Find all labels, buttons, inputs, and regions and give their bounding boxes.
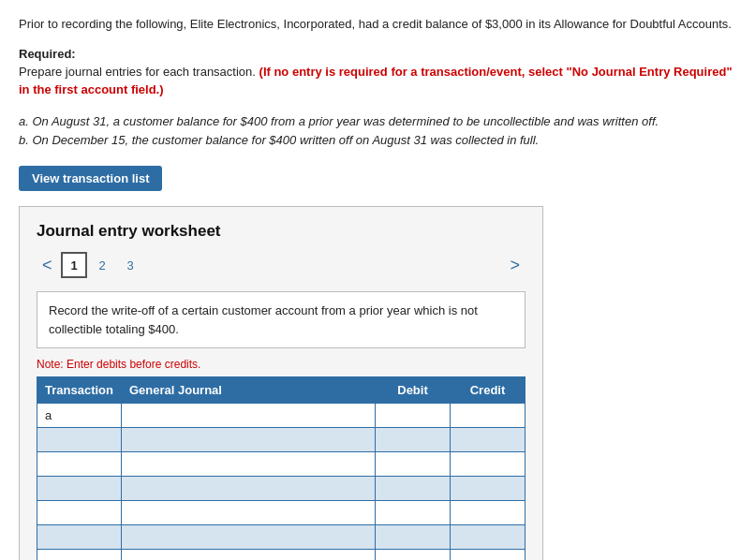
- credit-input-1[interactable]: [451, 404, 526, 428]
- col-debit: Debit: [376, 377, 451, 404]
- required-label: Required:: [19, 47, 736, 61]
- worksheet-title: Journal entry worksheet: [37, 222, 526, 241]
- col-general-journal: General Journal: [121, 377, 375, 404]
- col-credit: Credit: [451, 377, 526, 404]
- general-journal-input-7[interactable]: [121, 550, 375, 560]
- cr-input-6[interactable]: [451, 525, 525, 549]
- table-row: [37, 452, 526, 477]
- table-row: [37, 428, 526, 452]
- row-label-7: [37, 550, 122, 560]
- table-row: [37, 501, 526, 525]
- general-journal-input-5[interactable]: [121, 501, 375, 525]
- cr-input-2[interactable]: [451, 428, 525, 451]
- db-input-7[interactable]: [376, 550, 450, 560]
- credit-input-4[interactable]: [451, 477, 526, 501]
- general-journal-input-4[interactable]: [121, 477, 375, 501]
- gj-input-1[interactable]: [122, 404, 375, 427]
- note-text: Note: Enter debits before credits.: [37, 358, 526, 371]
- gj-input-7[interactable]: [122, 550, 375, 560]
- db-input-2[interactable]: [376, 428, 450, 451]
- prev-arrow[interactable]: <: [37, 254, 58, 277]
- row-label-a: a: [37, 404, 122, 428]
- row-label-3: [37, 452, 122, 477]
- transactions-section: a. On August 31, a customer balance for …: [19, 112, 736, 152]
- required-body: Prepare journal entries for each transac…: [19, 63, 736, 99]
- credit-input-3[interactable]: [451, 452, 526, 477]
- db-input-1[interactable]: [376, 404, 450, 427]
- debit-input-2[interactable]: [376, 428, 451, 452]
- page-2[interactable]: 2: [89, 252, 115, 278]
- intro-paragraph: Prior to recording the following, Elite …: [19, 15, 736, 34]
- general-journal-input-6[interactable]: [121, 525, 375, 550]
- transaction-b: b. On December 15, the customer balance …: [19, 131, 736, 151]
- cr-input-7[interactable]: [451, 550, 525, 560]
- credit-input-7[interactable]: [451, 550, 526, 560]
- general-journal-input-1[interactable]: [121, 404, 375, 428]
- view-transaction-btn-container: View transaction list: [19, 166, 736, 191]
- gj-input-3[interactable]: [122, 452, 375, 476]
- db-input-6[interactable]: [376, 525, 450, 549]
- view-transaction-button[interactable]: View transaction list: [19, 166, 162, 191]
- credit-input-6[interactable]: [451, 525, 526, 550]
- table-row: a: [37, 404, 526, 428]
- debit-input-6[interactable]: [376, 525, 451, 550]
- general-journal-input-3[interactable]: [121, 452, 375, 477]
- col-transaction: Transaction: [37, 377, 122, 404]
- debit-input-3[interactable]: [376, 452, 451, 477]
- cr-input-5[interactable]: [451, 501, 525, 524]
- credit-input-5[interactable]: [451, 501, 526, 525]
- cr-input-1[interactable]: [451, 404, 525, 427]
- table-row: [37, 525, 526, 550]
- row-label-5: [37, 501, 122, 525]
- gj-input-2[interactable]: [122, 428, 375, 451]
- cr-input-4[interactable]: [451, 477, 525, 500]
- pagination-bar: < 1 2 3 >: [37, 252, 526, 278]
- debit-input-1[interactable]: [376, 404, 451, 428]
- row-label-6: [37, 525, 122, 550]
- page-3[interactable]: 3: [117, 252, 143, 278]
- row-label-4: [37, 477, 122, 501]
- gj-input-4[interactable]: [122, 477, 375, 500]
- db-input-4[interactable]: [376, 477, 450, 500]
- credit-input-2[interactable]: [451, 428, 526, 452]
- journal-table: Transaction General Journal Debit Credit…: [37, 376, 526, 560]
- description-box: Record the write-off of a certain custom…: [37, 291, 526, 348]
- transaction-a: a. On August 31, a customer balance for …: [19, 112, 736, 132]
- gj-input-6[interactable]: [122, 525, 375, 549]
- table-row: [37, 550, 526, 560]
- next-arrow[interactable]: >: [504, 254, 526, 277]
- debit-input-7[interactable]: [376, 550, 451, 560]
- general-journal-input-2[interactable]: [121, 428, 375, 452]
- page-1[interactable]: 1: [61, 252, 87, 278]
- debit-input-4[interactable]: [376, 477, 451, 501]
- db-input-5[interactable]: [376, 501, 450, 524]
- journal-worksheet: Journal entry worksheet < 1 2 3 > Record…: [19, 206, 543, 560]
- cr-input-3[interactable]: [451, 452, 525, 476]
- db-input-3[interactable]: [376, 452, 450, 476]
- table-row: [37, 477, 526, 501]
- required-normal-text: Prepare journal entries for each transac…: [19, 65, 256, 79]
- gj-input-5[interactable]: [122, 501, 375, 524]
- row-label-2: [37, 428, 122, 452]
- debit-input-5[interactable]: [376, 501, 451, 525]
